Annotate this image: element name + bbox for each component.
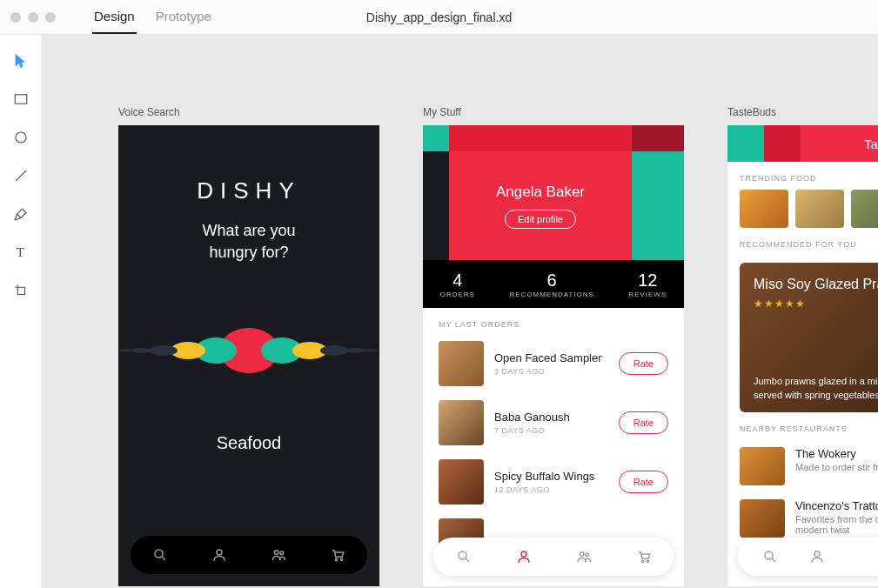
edit-profile-button[interactable]: Edit profile [505, 210, 576, 229]
close-window[interactable] [10, 12, 21, 23]
svg-text:T: T [16, 245, 23, 259]
artboard-canvas: DISHY What are you hungry for? [118, 125, 379, 586]
svg-point-22 [459, 551, 466, 559]
search-icon[interactable] [152, 547, 168, 563]
order-title: Baba Ganoush [494, 411, 608, 424]
artboard-label[interactable]: My Stuff [423, 106, 684, 118]
food-thumbnail[interactable] [740, 190, 788, 228]
voice-waveform [118, 316, 379, 385]
stat-label: ORDERS [440, 291, 475, 298]
line-tool[interactable] [12, 167, 30, 184]
recommendation-card[interactable]: Miso Soy Glazed Prawns ★★★★★ Jumbo prawn… [740, 263, 878, 412]
food-thumbnail[interactable] [851, 190, 878, 228]
titlebar: Design Prototype Dishy_app_design_final.… [0, 0, 878, 35]
rate-button[interactable]: Rate [619, 471, 668, 493]
search-icon[interactable] [456, 549, 472, 565]
artboard-label[interactable]: Voice Search [118, 106, 379, 118]
order-timestamp: 3 DAYS AGO [494, 367, 608, 376]
svg-point-18 [275, 551, 279, 555]
header-tile [764, 125, 801, 162]
svg-point-21 [340, 558, 342, 560]
restaurant-row[interactable]: Vincenzo's Trattoria Favorites from the … [727, 492, 878, 545]
order-info: Baba Ganoush 7 DAYS AGO [494, 411, 608, 435]
order-title: Spicy Buffalo Wings [494, 470, 608, 483]
voice-prompt: What are you hungry for? [118, 220, 379, 264]
username: Angela Baker [496, 184, 585, 201]
rate-button[interactable]: Rate [619, 352, 668, 375]
bottom-nav [433, 538, 674, 576]
mode-tabs: Design Prototype [92, 0, 213, 34]
svg-point-24 [521, 551, 526, 557]
stat-reviews: 12 REVIEWS [628, 271, 667, 298]
restaurant-info: The Wokery Made to order stir fry [795, 447, 878, 472]
artboard-tool[interactable] [12, 282, 30, 299]
cart-icon[interactable] [330, 547, 345, 563]
bottom-nav [738, 538, 878, 576]
trending-row [727, 190, 878, 228]
star-rating: ★★★★★ [754, 297, 878, 310]
artboard-tastebuds[interactable]: TasteBuds TasteBuds TRENDING FOOD RECOMM… [727, 106, 878, 586]
section-header: RECOMMENDED FOR YOU [727, 228, 878, 256]
food-thumbnail[interactable] [795, 190, 844, 228]
profile-icon[interactable] [809, 549, 825, 565]
restaurant-description: Made to order stir fry [795, 462, 878, 472]
profile-icon[interactable] [516, 549, 532, 565]
svg-point-31 [814, 551, 820, 557]
svg-point-20 [335, 558, 337, 560]
cart-icon[interactable] [636, 549, 652, 565]
section-header: TRENDING FOOD [727, 162, 878, 190]
restaurant-name: Vincenzo's Trattoria [795, 499, 878, 512]
svg-line-30 [772, 558, 775, 562]
friends-icon[interactable] [271, 547, 286, 563]
tab-prototype[interactable]: Prototype [154, 0, 213, 34]
stat-recommendations: 6 RECOMMENDATIONS [509, 271, 594, 298]
profile-info: Angela Baker Edit profile [449, 151, 632, 260]
document-title: Dishy_app_design_final.xd [366, 10, 512, 24]
svg-point-11 [132, 348, 153, 353]
restaurant-name: The Wokery [795, 447, 878, 460]
rectangle-tool[interactable] [12, 90, 30, 108]
minimize-window[interactable] [28, 12, 38, 23]
rate-button[interactable]: Rate [619, 411, 668, 434]
restaurant-thumbnail [740, 447, 785, 485]
friends-icon[interactable] [576, 549, 592, 565]
tools-panel: T [0, 35, 42, 588]
artboard-label[interactable]: TasteBuds [727, 106, 878, 118]
order-timestamp: 7 DAYS AGO [494, 426, 608, 435]
bottom-nav [131, 536, 367, 574]
header-title: TasteBuds [801, 125, 878, 162]
text-tool[interactable]: T [12, 244, 30, 261]
tab-design[interactable]: Design [92, 0, 137, 34]
stat-label: RECOMMENDATIONS [509, 291, 594, 298]
restaurant-row[interactable]: The Wokery Made to order stir fry [727, 440, 878, 492]
window-controls [0, 12, 66, 23]
search-icon[interactable] [762, 549, 778, 565]
order-timestamp: 12 DAYS AGO [494, 485, 608, 494]
restaurant-thumbnail [740, 499, 785, 538]
pen-tool[interactable] [12, 205, 30, 223]
food-thumbnail [439, 341, 484, 386]
order-row: Spicy Buffalo Wings 12 DAYS AGO Rate [423, 452, 684, 511]
canvas[interactable]: Voice Search DISHY What are you hungry f… [42, 35, 878, 588]
svg-line-23 [466, 558, 469, 562]
zoom-window[interactable] [45, 12, 56, 23]
section-header: NEARBY RESTAURANTS [727, 412, 878, 440]
svg-point-26 [585, 553, 588, 557]
svg-point-29 [765, 551, 773, 559]
svg-point-15 [155, 550, 163, 558]
food-thumbnail [439, 400, 484, 445]
section-header: MY LAST ORDERS [423, 308, 684, 334]
svg-point-12 [345, 348, 365, 353]
recommendation-description: Jumbo prawns glazed in a miso soy sauce,… [754, 375, 878, 402]
prompt-line-2: hungry for? [209, 244, 288, 261]
svg-point-27 [641, 560, 643, 562]
stats-bar: 4 ORDERS 6 RECOMMENDATIONS 12 REVIEWS [423, 260, 684, 308]
artboard-voice-search[interactable]: Voice Search DISHY What are you hungry f… [118, 106, 379, 586]
svg-point-17 [217, 550, 222, 555]
restaurant-info: Vincenzo's Trattoria Favorites from the … [795, 499, 878, 535]
select-tool[interactable] [12, 52, 30, 70]
artboard-my-stuff[interactable]: My Stuff Angela Baker Edit profile 4 ORD… [423, 106, 684, 586]
svg-line-16 [162, 557, 165, 560]
ellipse-tool[interactable] [12, 129, 30, 146]
profile-icon[interactable] [211, 547, 227, 563]
